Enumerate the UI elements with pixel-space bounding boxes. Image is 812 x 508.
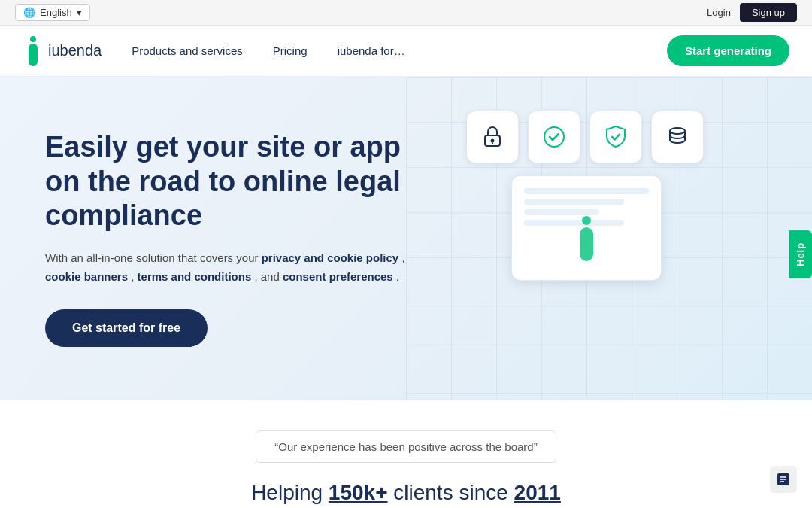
logo-icon (23, 36, 44, 66)
svg-rect-1 (29, 44, 38, 66)
cookie-banners-link[interactable]: cookie banners (45, 270, 128, 283)
founding-year: 2011 (514, 481, 561, 504)
login-link[interactable]: Login (707, 7, 731, 18)
doc-line-1 (524, 188, 649, 194)
doc-line-3 (524, 209, 599, 215)
nav-pricing[interactable]: Pricing (273, 44, 308, 57)
nav-products[interactable]: Products and services (132, 44, 243, 57)
hero-section: Easily get your site or app on the road … (0, 77, 812, 400)
language-selector[interactable]: 🌐 English ▾ (15, 4, 90, 21)
lock-icon (479, 123, 506, 151)
language-label: English (40, 7, 72, 18)
privacy-policy-link[interactable]: privacy and cookie policy (262, 251, 399, 264)
logo-link[interactable]: iubenda (23, 36, 102, 66)
doc-line-2 (524, 199, 624, 205)
bottom-right-widget[interactable] (770, 466, 797, 493)
globe-icon: 🌐 (23, 7, 35, 18)
check-circle-icon (541, 123, 568, 151)
client-count: 150k+ (329, 481, 388, 504)
helping-text: Helping 150k+ clients since 2011 (15, 481, 797, 505)
subtitle-prefix: With an all-in-one solution that covers … (45, 251, 262, 264)
check-circle-card (528, 111, 580, 163)
testimonial-section: “Our experience has been positive across… (0, 400, 812, 508)
svg-rect-7 (582, 216, 591, 225)
testimonial-quote: “Our experience has been positive across… (256, 430, 556, 463)
svg-point-3 (491, 139, 495, 143)
helping-mid: clients since (388, 481, 514, 504)
comma-1: , (401, 251, 404, 264)
svg-point-6 (670, 128, 685, 134)
svg-point-5 (544, 127, 564, 147)
shield-check-card (589, 111, 642, 163)
helping-prefix: Helping (251, 481, 329, 504)
comma-2: , (131, 270, 137, 283)
document-preview (511, 175, 662, 281)
hero-content: Easily get your site or app on the road … (45, 130, 436, 347)
top-bar: 🌐 English ▾ Login Sign up (0, 0, 812, 26)
lock-card (466, 111, 519, 163)
svg-rect-0 (30, 36, 36, 42)
top-right-actions: Login Sign up (707, 3, 797, 22)
database-card (651, 111, 704, 163)
consent-link[interactable]: consent preferences (283, 270, 393, 283)
signup-button[interactable]: Sign up (740, 3, 797, 22)
database-icon (664, 123, 691, 151)
logo-text: iubenda (48, 42, 102, 59)
hero-title: Easily get your site or app on the road … (45, 130, 436, 233)
feature-icon-cards (466, 111, 782, 163)
svg-rect-8 (580, 227, 593, 261)
widget-icon (776, 472, 791, 487)
nav-iubenda-for[interactable]: iubenda for… (338, 44, 405, 57)
doc-logo-icon (568, 216, 605, 270)
and-text: , and (254, 270, 283, 283)
hero-visual (466, 111, 782, 367)
period: . (396, 270, 399, 283)
shield-check-icon (602, 123, 629, 151)
main-nav: iubenda Products and services Pricing iu… (0, 26, 812, 77)
get-started-button[interactable]: Get started for free (45, 309, 208, 347)
help-button[interactable]: Help (789, 230, 812, 278)
hero-subtitle: With an all-in-one solution that covers … (45, 248, 436, 287)
lang-dropdown-arrow: ▾ (77, 7, 82, 18)
terms-link[interactable]: terms and conditions (138, 270, 252, 283)
start-generating-button[interactable]: Start generating (667, 35, 789, 66)
nav-links: Products and services Pricing iubenda fo… (132, 44, 667, 57)
